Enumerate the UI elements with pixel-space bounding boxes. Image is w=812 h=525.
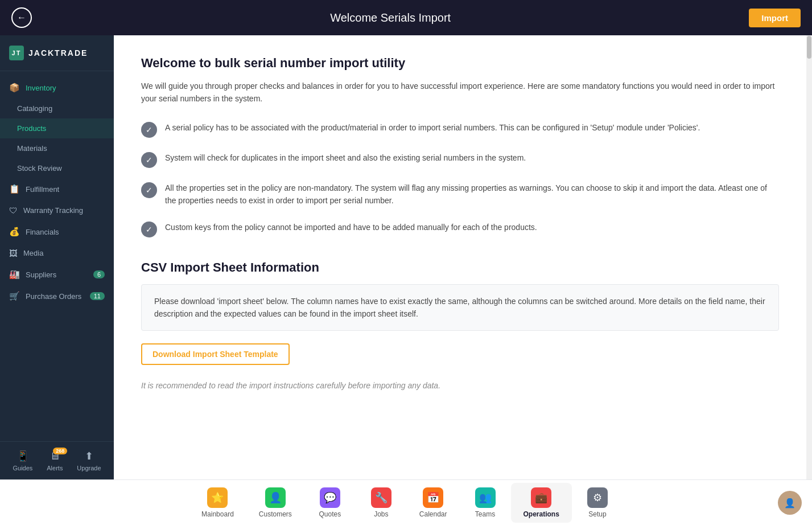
checklist-item-1: ✓ A serial policy has to be associated w… — [141, 121, 779, 138]
purchase-orders-badge: 11 — [90, 292, 105, 300]
check-icon-3: ✓ — [141, 182, 157, 198]
check-icon-4: ✓ — [141, 222, 157, 237]
jobs-icon: 🔧 — [371, 487, 391, 508]
nav-customers[interactable]: 👤 Customers — [246, 483, 304, 523]
fulfillment-icon: 📋 — [9, 184, 20, 194]
sidebar-item-products[interactable]: Products — [0, 118, 114, 138]
purchase-orders-icon: 🛒 — [9, 291, 20, 301]
customers-icon: 👤 — [265, 487, 286, 508]
nav-operations[interactable]: 💼 Operations — [511, 483, 572, 523]
scrollbar[interactable] — [806, 35, 812, 479]
warranty-icon: 🛡 — [9, 206, 18, 215]
scrollbar-thumb — [807, 36, 811, 59]
checklist-text-3: All the properties set in the policy are… — [165, 182, 779, 207]
upgrade-icon: ⬆ — [85, 450, 93, 462]
quotes-icon: 💬 — [320, 487, 340, 508]
setup-icon: ⚙ — [587, 487, 608, 508]
logo: JT JACKTRADE — [9, 46, 105, 60]
nav-teams[interactable]: 👥 Teams — [460, 483, 511, 523]
checklist-item-4: ✓ Custom keys from the policy cannot be … — [141, 221, 779, 237]
sidebar-item-inventory[interactable]: 📦 Inventory — [0, 77, 114, 99]
sidebar: JT JACKTRADE 📦 Inventory Cataloging Prod… — [0, 35, 114, 479]
nav-calendar[interactable]: 📅 Calendar — [407, 483, 460, 523]
checklist-text-1: A serial policy has to be associated wit… — [165, 121, 700, 134]
intro-text: We will guide you through proper checks … — [141, 80, 779, 105]
checklist-item-2: ✓ System will check for duplicates in th… — [141, 151, 779, 168]
mainboard-icon: ⭐ — [207, 487, 228, 508]
bottom-nav: ⭐ Mainboard 👤 Customers 💬 Quotes 🔧 Jobs … — [0, 479, 812, 525]
sidebar-item-cataloging[interactable]: Cataloging — [0, 99, 114, 118]
guides-button[interactable]: 📱 Guides — [13, 450, 32, 471]
sidebar-item-purchase-orders[interactable]: 🛒 Purchase Orders 11 — [0, 285, 114, 307]
checklist: ✓ A serial policy has to be associated w… — [141, 121, 779, 237]
scroll-hint: It is recommended to read the import ins… — [141, 381, 779, 390]
checklist-item-3: ✓ All the properties set in the policy a… — [141, 182, 779, 207]
csv-section: CSV Import Sheet Information Please down… — [141, 260, 779, 366]
nav-jobs[interactable]: 🔧 Jobs — [356, 483, 407, 523]
nav-quotes[interactable]: 💬 Quotes — [304, 483, 356, 523]
check-icon-2: ✓ — [141, 152, 157, 168]
suppliers-icon: 🏭 — [9, 269, 20, 280]
csv-description: Please download 'import sheet' below. Th… — [141, 284, 779, 331]
operations-icon: 💼 — [531, 487, 551, 508]
sidebar-item-financials[interactable]: 💰 Financials — [0, 221, 114, 243]
logo-icon: JT — [9, 46, 24, 60]
inventory-icon: 📦 — [9, 83, 20, 93]
sidebar-nav: 📦 Inventory Cataloging Products Material… — [0, 71, 114, 313]
calendar-icon: 📅 — [423, 487, 443, 508]
import-button[interactable]: Import — [749, 9, 801, 27]
sidebar-item-suppliers[interactable]: 🏭 Suppliers 6 — [0, 264, 114, 285]
checklist-text-2: System will check for duplicates in the … — [165, 151, 526, 164]
checklist-text-4: Custom keys from the policy cannot be im… — [165, 221, 537, 233]
alerts-button[interactable]: 268 🖥 Alerts — [47, 450, 63, 471]
sidebar-item-warranty-tracking[interactable]: 🛡 Warranty Tracking — [0, 200, 114, 221]
content-area: Welcome to bulk serial number import uti… — [114, 35, 806, 479]
media-icon: 🖼 — [9, 248, 18, 258]
suppliers-badge: 6 — [93, 270, 105, 278]
sidebar-item-media[interactable]: 🖼 Media — [0, 243, 114, 264]
top-header: ← Welcome Serials Import Import — [0, 0, 812, 35]
csv-heading: CSV Import Sheet Information — [141, 260, 779, 275]
avatar[interactable]: 👤 — [778, 491, 802, 515]
sidebar-item-materials[interactable]: Materials — [0, 138, 114, 158]
check-icon-1: ✓ — [141, 122, 157, 138]
sidebar-item-stock-review[interactable]: Stock Review — [0, 158, 114, 178]
nav-mainboard[interactable]: ⭐ Mainboard — [189, 483, 246, 523]
download-template-button[interactable]: Download Import Sheet Template — [141, 343, 290, 365]
back-button[interactable]: ← — [11, 7, 32, 28]
financials-icon: 💰 — [9, 227, 20, 237]
alerts-badge: 268 — [53, 448, 67, 454]
sidebar-item-fulfillment[interactable]: 📋 Fulfillment — [0, 178, 114, 200]
nav-setup[interactable]: ⚙ Setup — [572, 483, 623, 523]
main-heading: Welcome to bulk serial number import uti… — [141, 56, 779, 71]
sidebar-footer: 📱 Guides 268 🖥 Alerts ⬆ Upgrade — [0, 441, 114, 479]
logo-area: JT JACKTRADE — [0, 35, 114, 71]
page-title: Welcome Serials Import — [330, 11, 451, 24]
upgrade-button[interactable]: ⬆ Upgrade — [77, 450, 101, 471]
main-layout: JT JACKTRADE 📦 Inventory Cataloging Prod… — [0, 35, 812, 479]
guides-icon: 📱 — [17, 450, 29, 462]
teams-icon: 👥 — [475, 487, 496, 508]
